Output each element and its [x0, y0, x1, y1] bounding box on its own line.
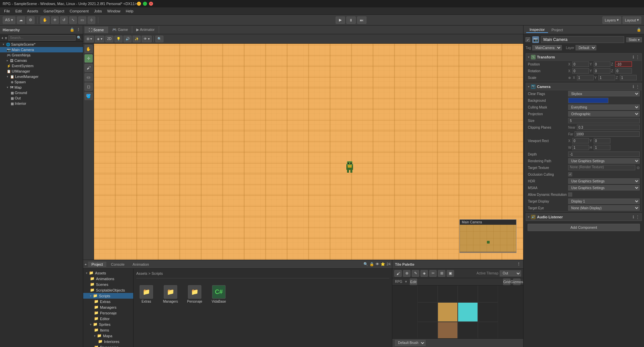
tp-more-btn[interactable]: ▣ [447, 270, 454, 277]
tp-pencil-btn[interactable]: ✎ [412, 270, 419, 277]
asset-interiores[interactable]: 📁 Interiores [83, 339, 133, 344]
dynamic-res-checkbox[interactable] [568, 192, 572, 197]
rotation-y[interactable] [594, 68, 610, 74]
inspector-lock[interactable]: 🔒 [637, 28, 641, 32]
gizmos-toggle-btn[interactable]: Gizmos [513, 278, 521, 285]
menu-help[interactable]: Help [123, 8, 136, 14]
viewport-w[interactable] [572, 145, 589, 150]
projection-select[interactable]: Orthographic [568, 111, 640, 117]
rotate-tool[interactable]: ↺ [60, 16, 68, 24]
menu-component[interactable]: Component [67, 8, 91, 14]
hand-tool[interactable]: ✋ [40, 16, 50, 24]
transform-tool[interactable]: ⊹ [88, 16, 95, 24]
hierarchy-filter[interactable]: 🔍 [77, 36, 82, 40]
asset-items[interactable]: 📁 Items [83, 327, 133, 333]
layout-dropdown[interactable]: Layout ▾ [623, 16, 641, 24]
size-field[interactable] [568, 118, 640, 123]
grid-toggle-btn[interactable]: Grid [503, 278, 510, 285]
msaa-select[interactable]: Use Graphics Settings [568, 185, 640, 190]
asset-sprites[interactable]: ▾ 📁 Sprites [83, 321, 133, 327]
tree-item-interior[interactable]: ▦ Interior [0, 101, 83, 106]
tile-empty-7[interactable] [417, 322, 438, 339]
tree-item-spawn[interactable]: ⊕ Spawn [0, 79, 83, 85]
pause-button[interactable]: ⏸ [346, 16, 356, 24]
edit-btn[interactable]: Edit [410, 278, 417, 285]
proj-eye-icon[interactable]: 👁 [376, 262, 379, 266]
scene-fx-toggle[interactable]: ✨ [133, 36, 141, 42]
audio-listener-header[interactable]: ▾ 🔊 Audio Listener ℹ ⋮ [526, 213, 642, 221]
tile-empty-6[interactable] [478, 302, 498, 322]
transform-header[interactable]: ▾ ⤡ Transform ℹ ⋮ [526, 53, 642, 61]
bucket-tool[interactable]: 🪣 [85, 92, 93, 100]
position-x[interactable] [572, 61, 589, 67]
menu-gameobject[interactable]: GameObject [41, 8, 67, 14]
brush-tool[interactable]: 🖌 [85, 64, 93, 72]
transform-info[interactable]: ℹ [633, 55, 634, 59]
hierarchy-lock[interactable]: 🔒 [70, 28, 75, 32]
depth-field[interactable] [568, 151, 640, 157]
proj-star-icon[interactable]: ⭐ [381, 262, 385, 266]
tree-item-out[interactable]: ▦ Out [0, 95, 83, 101]
clipping-near-field[interactable] [577, 125, 640, 130]
tab-animation[interactable]: Animation [129, 262, 152, 267]
target-display-select[interactable]: Display 1 [568, 199, 640, 204]
tree-item-levelmanager[interactable]: ▾ 📋 LevelManager [0, 74, 83, 79]
culling-mask-select[interactable]: Everything [568, 104, 640, 110]
audio-menu[interactable]: ⋮ [636, 215, 640, 219]
target-texture-picker[interactable]: ⊙ [637, 166, 640, 170]
asset-scripts[interactable]: ▾ 📁 Scripts [83, 293, 133, 299]
tree-item-samplescene[interactable]: ▾ 🌐 SampleScene* [0, 42, 83, 47]
proj-search-icon[interactable]: 🔍 [363, 262, 368, 266]
rendering-path-select[interactable]: Use Graphics Settings [568, 158, 640, 164]
close-button[interactable]: ✕ [149, 2, 153, 6]
scene-view-mode[interactable]: ⊞ ▾ [85, 36, 94, 42]
tile-empty-1[interactable] [417, 286, 438, 302]
asset-assets[interactable]: ▾ 📁 Assets [83, 270, 133, 276]
asset-scriptableobjects[interactable]: 📁 ScriptableObjects [83, 287, 133, 293]
erase-tool[interactable]: ◻ [85, 83, 93, 91]
camera-menu[interactable]: ⋮ [636, 84, 640, 89]
tile-empty-2[interactable] [438, 286, 458, 302]
project-add-btn[interactable]: + [85, 262, 87, 266]
play-button[interactable]: ▶ [336, 16, 345, 24]
tile-empty-9[interactable] [478, 322, 498, 339]
viewport-x[interactable] [572, 138, 589, 143]
tile-empty-8[interactable] [458, 322, 478, 339]
camera-header[interactable]: ▾ 📷 Camera ℹ ⋮ [526, 83, 642, 90]
tree-item-maincamera[interactable]: 📷 Main Camera [0, 47, 83, 52]
menu-edit[interactable]: Edit [13, 8, 24, 14]
position-z[interactable] [615, 61, 632, 67]
rect-select-tool[interactable]: ▭ [85, 73, 93, 81]
tab-inspector[interactable]: Inspector [526, 27, 548, 33]
file-personaje[interactable]: 📁 Personaje [185, 285, 205, 303]
scene-audio-toggle[interactable]: 🔊 [123, 36, 132, 42]
step-button[interactable]: ⏭ [357, 16, 366, 24]
file-extras[interactable]: 📁 Extras [136, 285, 156, 303]
proj-lock-icon[interactable]: 🔒 [369, 262, 374, 266]
background-color-swatch[interactable] [568, 98, 608, 103]
transform-menu[interactable]: ⋮ [636, 55, 640, 59]
asset-personaje[interactable]: 📁 Personaje [83, 310, 133, 316]
tile-brown-1[interactable] [438, 322, 458, 339]
scale-tool[interactable]: ⤡ [69, 16, 77, 24]
menu-window[interactable]: Window [105, 8, 123, 14]
add-component-button[interactable]: Add Component [528, 224, 640, 231]
hierarchy-more[interactable]: ⋮ [77, 28, 80, 32]
default-brush-select[interactable]: Default Brush [395, 340, 426, 346]
scene-view[interactable]: Main Camera [94, 44, 523, 260]
tree-item-greenninja[interactable]: 🎮 GreenNinja [0, 52, 83, 58]
tile-empty-3[interactable] [458, 286, 478, 302]
tab-console[interactable]: Console [108, 262, 128, 267]
settings-button[interactable]: ⚙ [27, 16, 35, 24]
account-button[interactable]: AS ▾ [3, 16, 15, 24]
tp-grid-btn[interactable]: ⊞ [438, 270, 445, 277]
tree-item-ground[interactable]: ▦ Ground [0, 90, 83, 95]
asset-managers[interactable]: 📁 Managers [83, 304, 133, 310]
hdr-select[interactable]: Use Graphics Settings [568, 178, 640, 184]
scale-y[interactable] [598, 75, 615, 80]
viewport-y[interactable] [594, 138, 610, 143]
tree-item-map[interactable]: ▾ 🗺 Map [0, 85, 83, 90]
menu-assets[interactable]: Assets [24, 8, 41, 14]
tree-item-uimanager[interactable]: 📋 UIManager [0, 69, 83, 74]
rect-tool[interactable]: ▭ [78, 16, 86, 24]
